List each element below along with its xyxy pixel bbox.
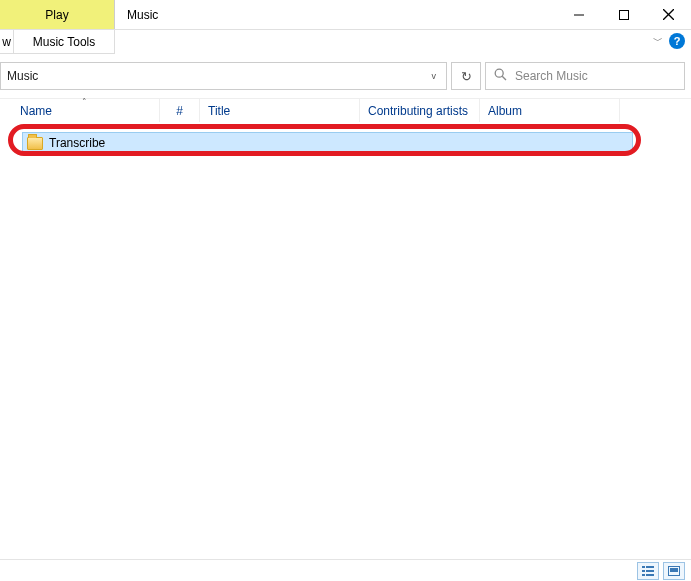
address-bar-row: Music v ↻ Search Music xyxy=(0,54,691,98)
svg-rect-13 xyxy=(670,568,678,572)
ribbon-second-row: w Music Tools ﹀ ? xyxy=(0,30,691,54)
svg-rect-6 xyxy=(642,566,645,568)
column-header-number[interactable]: # xyxy=(160,99,200,122)
address-bar[interactable]: Music v xyxy=(0,62,447,90)
svg-point-4 xyxy=(495,69,503,77)
search-placeholder: Search Music xyxy=(515,69,588,83)
search-box[interactable]: Search Music xyxy=(485,62,685,90)
minimize-button[interactable] xyxy=(556,0,601,30)
svg-rect-11 xyxy=(646,574,654,576)
file-list: Transcribe xyxy=(0,122,691,154)
titlebar: Play Music xyxy=(0,0,691,30)
item-name: Transcribe xyxy=(49,136,105,150)
refresh-button[interactable]: ↻ xyxy=(451,62,481,90)
status-bar xyxy=(0,559,691,581)
sort-ascending-icon: ˄ xyxy=(82,97,87,107)
list-item[interactable]: Transcribe xyxy=(22,132,633,154)
columns-header: Name ˄ # Title Contributing artists Albu… xyxy=(0,98,691,122)
address-history-chevron-icon[interactable]: v xyxy=(428,71,441,81)
svg-rect-1 xyxy=(619,10,628,19)
ribbon-tab-play[interactable]: Play xyxy=(0,0,115,29)
close-button[interactable] xyxy=(646,0,691,30)
view-details-button[interactable] xyxy=(637,562,659,580)
folder-icon xyxy=(27,137,43,150)
column-header-album[interactable]: Album xyxy=(480,99,620,122)
svg-rect-8 xyxy=(642,570,645,572)
view-large-icons-button[interactable] xyxy=(663,562,685,580)
column-header-contributing-artists[interactable]: Contributing artists xyxy=(360,99,480,122)
column-header-title[interactable]: Title xyxy=(200,99,360,122)
ribbon-tab-music-tools[interactable]: Music Tools xyxy=(14,30,115,54)
window-title: Music xyxy=(115,0,556,29)
maximize-button[interactable] xyxy=(601,0,646,30)
ribbon-collapse-chevron-icon[interactable]: ﹀ xyxy=(653,34,663,48)
search-icon xyxy=(494,68,507,84)
svg-rect-9 xyxy=(646,570,654,572)
address-path: Music xyxy=(7,69,428,83)
column-header-label: Name xyxy=(20,104,52,118)
window-controls xyxy=(556,0,691,29)
ribbon-tab-fragment[interactable]: w xyxy=(0,30,14,54)
svg-rect-10 xyxy=(642,574,645,576)
svg-line-5 xyxy=(502,76,506,80)
column-header-name[interactable]: Name ˄ xyxy=(0,99,160,122)
help-icon[interactable]: ? xyxy=(669,33,685,49)
refresh-icon: ↻ xyxy=(461,69,472,84)
svg-rect-7 xyxy=(646,566,654,568)
